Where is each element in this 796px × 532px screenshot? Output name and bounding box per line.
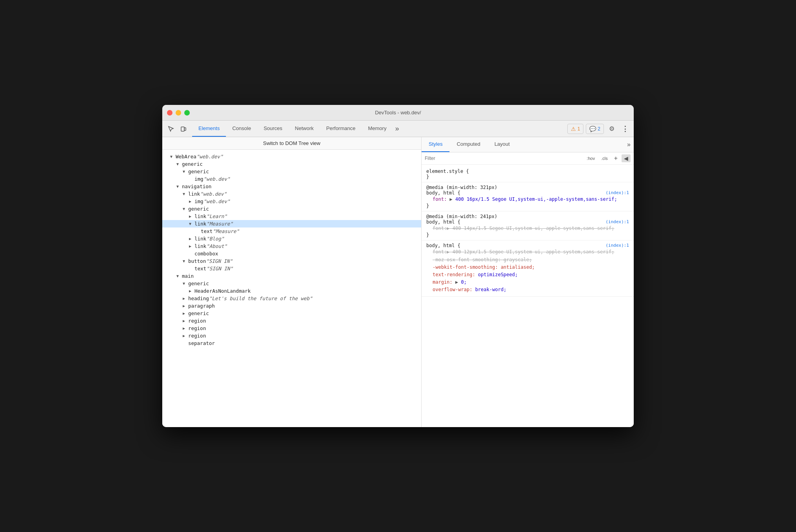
tree-row[interactable]: ▼ main <box>162 272 421 280</box>
tree-row[interactable]: ▼ WebArea "web.dev" <box>162 153 421 160</box>
css-prop-webkit: -webkit-font-smoothing: antialiased; <box>426 264 629 271</box>
more-tabs-button[interactable]: » <box>393 121 402 137</box>
devtools-window: DevTools - web.dev/ Elements Console <box>162 105 634 427</box>
toolbar-tabs: Elements Console Sources Network Perform… <box>192 121 567 137</box>
more-styles-tabs-button[interactable]: » <box>624 137 634 152</box>
expand-arrow: ▶ <box>183 296 188 301</box>
tree-row[interactable]: ▶ paragraph <box>162 302 421 310</box>
css-rule-media-241: @media (min-width: 241px) body, html { (… <box>422 211 634 240</box>
settings-button[interactable]: ⚙ <box>606 123 617 134</box>
expand-arrow: ▼ <box>189 222 194 226</box>
main-content: Switch to DOM Tree view ▼ WebArea "web.d… <box>162 137 634 427</box>
window-title: DevTools - web.dev/ <box>375 110 421 116</box>
expand-arrow: ▶ <box>183 304 188 308</box>
tab-console[interactable]: Console <box>226 121 257 137</box>
toolbar-right: ⚠ 1 💬 2 ⚙ ⋮ <box>567 121 631 137</box>
message-icon: 💬 <box>589 126 596 132</box>
tree-row[interactable]: combobox <box>162 250 421 257</box>
tree-row[interactable]: text "Measure" <box>162 227 421 235</box>
expand-arrow: ▶ <box>183 334 188 338</box>
expand-arrow: ▼ <box>183 259 188 263</box>
expand-arrow: ▼ <box>183 169 188 174</box>
expand-arrow: ▶ <box>189 289 194 293</box>
tree-row[interactable]: separator <box>162 339 421 347</box>
tree-row[interactable]: ▶ HeaderAsNonLandmark <box>162 287 421 295</box>
tree-row[interactable]: ▶ link "Learn" <box>162 213 421 220</box>
css-rule-media-321: @media (min-width: 321px) body, html { (… <box>422 182 634 211</box>
styles-tab-styles[interactable]: Styles <box>422 137 449 152</box>
class-filter-button[interactable]: .cls <box>599 155 610 161</box>
tree-row[interactable]: ▶ heading "Let's build the future of the… <box>162 295 421 302</box>
css-rule-element-style: element.style { } <box>422 166 634 182</box>
expand-arrow: ▼ <box>170 154 176 159</box>
css-prop-margin: margin: ▶ 0; <box>426 279 629 286</box>
title-bar: DevTools - web.dev/ <box>162 105 634 121</box>
toolbar-left <box>165 121 189 137</box>
message-count: 2 <box>598 126 600 132</box>
toggle-sidebar-button[interactable]: ◀ <box>622 154 631 162</box>
tree-row[interactable]: img "web.dev" <box>162 175 421 183</box>
css-prop: font: ▶ 400 16px/1.5 Segoe UI,system-ui,… <box>426 196 629 203</box>
tree-row[interactable]: ▶ generic <box>162 310 421 317</box>
expand-arrow: ▶ <box>189 199 194 204</box>
css-prop-striked: font:▶ 400 14px/1.5 Segoe UI,system-ui,-… <box>426 225 629 232</box>
styles-filter-input[interactable] <box>425 156 583 161</box>
css-rule-body-html: body, html { (index):1 font:▶ 400 12px/1… <box>422 240 634 296</box>
tree-row[interactable]: ▶ link "Blog" <box>162 235 421 242</box>
toolbar: Elements Console Sources Network Perform… <box>162 121 634 137</box>
tree-row[interactable]: text "SIGN IN" <box>162 265 421 272</box>
expand-arrow: ▼ <box>176 274 182 278</box>
styles-tab-layout[interactable]: Layout <box>487 137 517 152</box>
expand-arrow: ▼ <box>183 207 188 211</box>
tree-row[interactable]: ▼ generic <box>162 205 421 213</box>
expand-arrow: ▼ <box>183 281 188 286</box>
svg-rect-1 <box>184 128 186 130</box>
tab-elements[interactable]: Elements <box>192 121 226 137</box>
warnings-button[interactable]: ⚠ 1 <box>567 124 584 134</box>
expand-arrow: ▼ <box>183 192 188 196</box>
tree-row[interactable]: ▼ button "SIGN IN" <box>162 257 421 265</box>
tree-row[interactable]: ▼ link "web.dev" <box>162 190 421 198</box>
warn-icon: ⚠ <box>571 126 576 132</box>
tree-row-selected[interactable]: ▼ link "Measure" <box>162 220 421 227</box>
filter-bar: :hov .cls + ◀ <box>422 152 634 165</box>
tab-network[interactable]: Network <box>289 121 320 137</box>
dom-panel: Switch to DOM Tree view ▼ WebArea "web.d… <box>162 137 422 427</box>
svg-rect-0 <box>181 127 184 131</box>
messages-button[interactable]: 💬 2 <box>586 124 604 134</box>
tree-row[interactable]: ▶ link "About" <box>162 242 421 250</box>
expand-arrow: ▼ <box>176 162 182 166</box>
traffic-lights <box>167 110 190 116</box>
expand-arrow: ▶ <box>189 244 194 248</box>
tab-sources[interactable]: Sources <box>257 121 289 137</box>
expand-arrow: ▶ <box>183 311 188 316</box>
dom-tree[interactable]: ▼ WebArea "web.dev" ▼ generic ▼ generic <box>162 150 421 427</box>
expand-arrow: ▶ <box>189 237 194 241</box>
tab-performance[interactable]: Performance <box>320 121 361 137</box>
minimize-button[interactable] <box>176 110 181 116</box>
tree-row[interactable]: ▼ navigation <box>162 183 421 190</box>
css-prop-moz-striked: -moz-osx-font-smoothing: grayscale; <box>426 256 629 264</box>
expand-arrow: ▶ <box>183 319 188 323</box>
styles-content: element.style { } @media (min-width: 321… <box>422 165 634 427</box>
expand-arrow: ▼ <box>176 184 182 189</box>
css-prop-text-rendering: text-rendering: optimizeSpeed; <box>426 271 629 279</box>
tree-row[interactable]: ▼ generic <box>162 168 421 175</box>
css-prop-font-striked: font:▶ 400 12px/1.5 Segoe UI,system-ui,-… <box>426 248 629 256</box>
switch-view-bar[interactable]: Switch to DOM Tree view <box>162 137 421 150</box>
device-toolbar-button[interactable] <box>178 123 189 134</box>
add-style-button[interactable]: + <box>612 154 620 163</box>
tab-memory[interactable]: Memory <box>362 121 393 137</box>
hover-filter-button[interactable]: :hov <box>584 155 597 161</box>
tree-row[interactable]: ▶ region <box>162 332 421 339</box>
tree-row[interactable]: ▶ region <box>162 325 421 332</box>
tree-row[interactable]: ▼ generic <box>162 280 421 287</box>
more-options-button[interactable]: ⋮ <box>620 123 631 134</box>
maximize-button[interactable] <box>184 110 190 116</box>
inspect-element-button[interactable] <box>165 123 176 134</box>
close-button[interactable] <box>167 110 172 116</box>
styles-tab-computed[interactable]: Computed <box>449 137 487 152</box>
tree-row[interactable]: ▼ generic <box>162 160 421 168</box>
tree-row[interactable]: ▶ region <box>162 317 421 325</box>
tree-row[interactable]: ▶ img "web.dev" <box>162 198 421 205</box>
